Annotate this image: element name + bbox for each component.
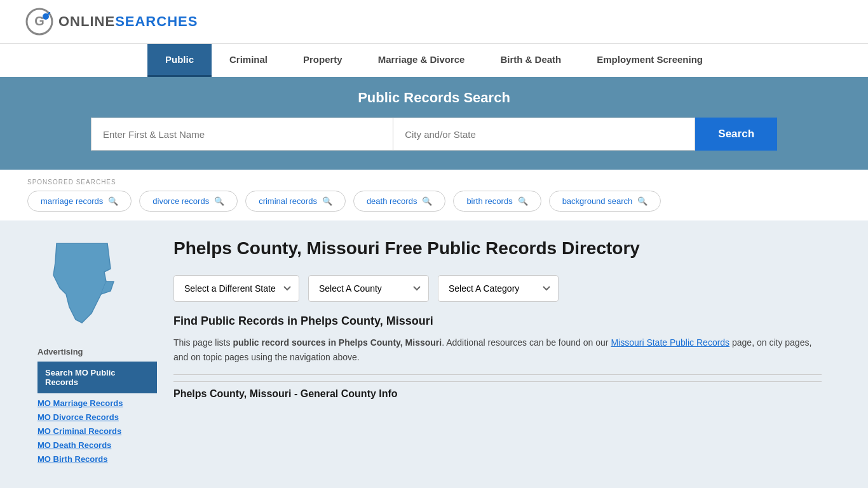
sidebar-links: MO Marriage Records MO Divorce Records M… <box>37 398 157 466</box>
nav-public[interactable]: Public <box>147 44 212 77</box>
tag-criminal-records[interactable]: criminal records 🔍 <box>245 191 346 212</box>
search-icon: 🔍 <box>322 196 332 206</box>
sidebar-link-marriage[interactable]: MO Marriage Records <box>37 398 157 408</box>
tag-death-records[interactable]: death records 🔍 <box>353 191 446 212</box>
content-area: Phelps County, Missouri Free Public Reco… <box>167 220 841 476</box>
main-nav: Public Criminal Property Marriage & Divo… <box>0 43 868 77</box>
sidebar-ad-label: Advertising <box>37 347 157 356</box>
tag-divorce-records[interactable]: divorce records 🔍 <box>139 191 238 212</box>
search-icon: 🔍 <box>637 196 648 206</box>
sidebar-ad-box[interactable]: Search MO Public Records <box>37 362 157 393</box>
nav-marriage-divorce[interactable]: Marriage & Divorce <box>360 44 483 77</box>
tag-marriage-records[interactable]: marriage records 🔍 <box>27 191 132 212</box>
find-records-section: Find Public Records in Phelps County, Mi… <box>173 315 822 400</box>
search-button[interactable]: Search <box>695 118 777 151</box>
search-banner-title: Public Records Search <box>25 90 843 106</box>
nav-property[interactable]: Property <box>285 44 360 77</box>
sponsored-label: SPONSORED SEARCHES <box>27 179 841 186</box>
nav-birth-death[interactable]: Birth & Death <box>482 44 579 77</box>
category-dropdown[interactable]: Select A Category <box>438 275 559 302</box>
sidebar: Advertising Search MO Public Records MO … <box>27 220 167 476</box>
search-icon: 🔍 <box>214 196 224 206</box>
tag-birth-records[interactable]: birth records 🔍 <box>453 191 541 212</box>
sidebar-link-divorce[interactable]: MO Divorce Records <box>37 412 157 422</box>
sidebar-lower: Advertising Search MO Public Records MO … <box>37 347 157 466</box>
general-info-title: Phelps County, Missouri - General County… <box>173 381 822 400</box>
sidebar-link-death[interactable]: MO Death Records <box>37 440 157 450</box>
nav-employment[interactable]: Employment Screening <box>579 44 721 77</box>
main-wrapper: Advertising Search MO Public Records MO … <box>27 220 841 476</box>
sidebar-link-criminal[interactable]: MO Criminal Records <box>37 426 157 436</box>
county-dropdown[interactable]: Select A County <box>308 275 429 302</box>
county-title: Phelps County, Missouri Free Public Reco… <box>173 237 640 260</box>
sponsored-tags-container: marriage records 🔍 divorce records 🔍 cri… <box>27 191 841 212</box>
mo-records-link[interactable]: Missouri State Public Records <box>611 337 729 348</box>
dropdowns-row: Select a Different State Select A County… <box>173 275 822 302</box>
name-input[interactable] <box>91 118 393 151</box>
logo-icon: G <box>25 8 53 36</box>
sidebar-link-birth[interactable]: MO Birth Records <box>37 454 157 464</box>
state-dropdown[interactable]: Select a Different State <box>173 275 299 302</box>
location-input[interactable] <box>393 118 695 151</box>
header: G ONLINESEARCHES <box>0 0 868 43</box>
tag-background-search[interactable]: background search 🔍 <box>549 191 661 212</box>
nav-criminal[interactable]: Criminal <box>212 44 285 77</box>
sponsored-bar: SPONSORED SEARCHES marriage records 🔍 di… <box>0 170 868 220</box>
find-records-text: This page lists public record sources in… <box>173 336 822 364</box>
logo-text: ONLINESEARCHES <box>58 13 198 30</box>
search-form: Search <box>91 118 777 151</box>
logo[interactable]: G ONLINESEARCHES <box>25 8 198 36</box>
state-map-icon <box>37 231 126 332</box>
state-map-container <box>37 231 157 334</box>
search-icon: 🔍 <box>518 196 528 206</box>
search-icon: 🔍 <box>422 196 432 206</box>
county-header: Phelps County, Missouri Free Public Reco… <box>173 231 822 260</box>
search-banner: Public Records Search Search <box>0 77 868 170</box>
search-icon: 🔍 <box>108 196 118 206</box>
find-records-title: Find Public Records in Phelps County, Mi… <box>173 315 822 328</box>
